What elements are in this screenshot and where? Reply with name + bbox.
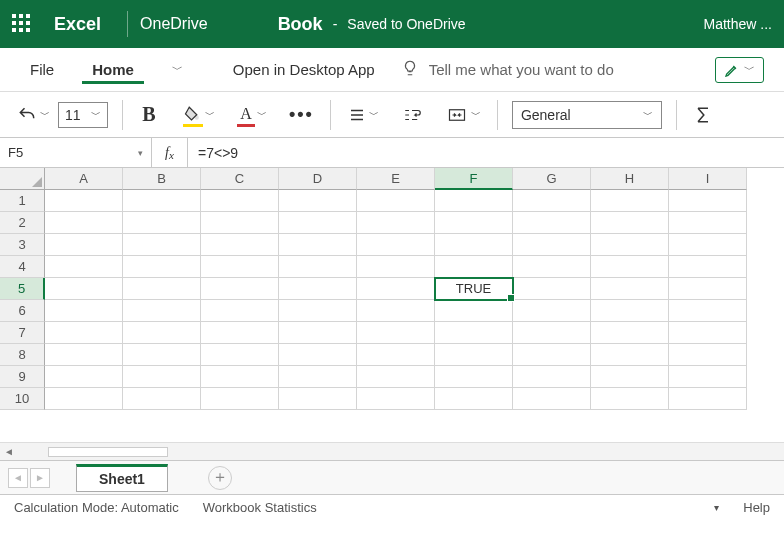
cell[interactable] xyxy=(435,366,513,388)
cell[interactable] xyxy=(669,300,747,322)
cell[interactable] xyxy=(357,212,435,234)
cell[interactable] xyxy=(435,300,513,322)
merge-button[interactable]: ﹀ xyxy=(443,100,483,130)
row-header[interactable]: 6 xyxy=(0,300,45,322)
cell[interactable] xyxy=(357,256,435,278)
cell[interactable] xyxy=(357,190,435,212)
cell[interactable] xyxy=(513,278,591,300)
cell[interactable] xyxy=(591,300,669,322)
cell[interactable] xyxy=(201,388,279,410)
cell[interactable] xyxy=(357,322,435,344)
cell[interactable] xyxy=(591,190,669,212)
cell[interactable] xyxy=(279,366,357,388)
cell[interactable] xyxy=(123,278,201,300)
cell[interactable] xyxy=(357,234,435,256)
user-name[interactable]: Matthew ... xyxy=(704,16,772,32)
cell[interactable] xyxy=(357,366,435,388)
row-header[interactable]: 10 xyxy=(0,388,45,410)
workbook-stats[interactable]: Workbook Statistics xyxy=(203,500,317,515)
cell[interactable] xyxy=(669,190,747,212)
cell[interactable] xyxy=(123,256,201,278)
scroll-track[interactable] xyxy=(48,447,168,457)
cell[interactable] xyxy=(513,190,591,212)
fx-button[interactable]: fx xyxy=(152,138,188,167)
cell[interactable] xyxy=(513,366,591,388)
cell[interactable] xyxy=(513,256,591,278)
cell[interactable] xyxy=(279,388,357,410)
column-header[interactable]: I xyxy=(669,168,747,190)
cell[interactable] xyxy=(123,366,201,388)
bold-button[interactable]: B xyxy=(137,100,161,130)
cell[interactable] xyxy=(669,388,747,410)
cell[interactable] xyxy=(357,300,435,322)
row-header[interactable]: 4 xyxy=(0,256,45,278)
cell[interactable] xyxy=(591,366,669,388)
row-header[interactable]: 8 xyxy=(0,344,45,366)
cell[interactable] xyxy=(45,388,123,410)
cell[interactable] xyxy=(435,322,513,344)
cell[interactable] xyxy=(669,344,747,366)
cell[interactable] xyxy=(45,212,123,234)
horizontal-scrollbar[interactable]: ◄ xyxy=(0,442,784,460)
number-format-selector[interactable]: General ﹀ xyxy=(512,101,662,129)
cell[interactable] xyxy=(591,322,669,344)
cell[interactable] xyxy=(357,344,435,366)
cell[interactable] xyxy=(591,388,669,410)
add-sheet-button[interactable]: ＋ xyxy=(208,466,232,490)
tell-me-search[interactable]: Tell me what you want to do xyxy=(429,61,614,78)
cell[interactable] xyxy=(279,322,357,344)
wrap-text-button[interactable] xyxy=(399,100,425,130)
row-header[interactable]: 5 xyxy=(0,278,45,300)
cell[interactable] xyxy=(123,344,201,366)
cell[interactable] xyxy=(201,300,279,322)
cell[interactable]: TRUE xyxy=(435,278,513,300)
cell[interactable] xyxy=(123,212,201,234)
cell[interactable] xyxy=(45,322,123,344)
scroll-left-icon[interactable]: ◄ xyxy=(0,446,18,457)
cell[interactable] xyxy=(45,300,123,322)
column-header[interactable]: A xyxy=(45,168,123,190)
sheet-nav-prev[interactable]: ◄ xyxy=(8,468,28,488)
font-size-selector[interactable]: 11 ﹀ xyxy=(58,102,108,128)
cell[interactable] xyxy=(591,344,669,366)
open-in-desktop[interactable]: Open in Desktop App xyxy=(223,55,385,84)
column-header[interactable]: E xyxy=(357,168,435,190)
cell[interactable] xyxy=(279,300,357,322)
cell[interactable] xyxy=(435,190,513,212)
font-color-button[interactable]: A ﹀ xyxy=(235,100,269,130)
row-header[interactable]: 3 xyxy=(0,234,45,256)
cell[interactable] xyxy=(591,278,669,300)
alignment-button[interactable]: ﹀ xyxy=(345,100,381,130)
cell[interactable] xyxy=(435,388,513,410)
cell[interactable] xyxy=(669,256,747,278)
sheet-tab-active[interactable]: Sheet1 xyxy=(76,464,168,492)
column-header[interactable]: C xyxy=(201,168,279,190)
column-header[interactable]: B xyxy=(123,168,201,190)
cell[interactable] xyxy=(279,256,357,278)
cell[interactable] xyxy=(591,256,669,278)
help-link[interactable]: Help xyxy=(743,500,770,515)
cell[interactable] xyxy=(513,212,591,234)
cell[interactable] xyxy=(669,234,747,256)
editing-mode-button[interactable]: ﹀ xyxy=(715,57,764,83)
cell[interactable] xyxy=(201,190,279,212)
row-header[interactable]: 1 xyxy=(0,190,45,212)
undo-button[interactable]: ﹀ xyxy=(14,100,52,130)
cell[interactable] xyxy=(669,212,747,234)
cell[interactable] xyxy=(357,278,435,300)
cell[interactable] xyxy=(123,190,201,212)
cell[interactable] xyxy=(201,278,279,300)
row-header[interactable]: 9 xyxy=(0,366,45,388)
cell[interactable] xyxy=(201,234,279,256)
cell[interactable] xyxy=(45,190,123,212)
cell[interactable] xyxy=(435,344,513,366)
app-launcher-icon[interactable] xyxy=(12,14,32,34)
location-onedrive[interactable]: OneDrive xyxy=(140,15,208,33)
row-header[interactable]: 7 xyxy=(0,322,45,344)
more-tabs[interactable]: ﹀ xyxy=(162,56,193,83)
cell[interactable] xyxy=(279,344,357,366)
cell[interactable] xyxy=(279,190,357,212)
cell[interactable] xyxy=(513,234,591,256)
cell[interactable] xyxy=(279,278,357,300)
cell[interactable] xyxy=(513,344,591,366)
